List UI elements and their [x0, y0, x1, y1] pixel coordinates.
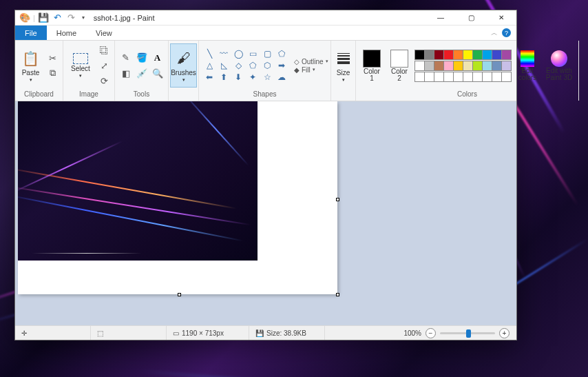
clipboard-group-label: Clipboard — [15, 90, 63, 101]
paste-button[interactable]: 📋 Paste ▾ — [19, 43, 43, 88]
rotate-icon[interactable]: ⟳ — [97, 74, 111, 88]
zoom-out-button[interactable]: − — [426, 328, 436, 338]
save-icon[interactable]: 💾 — [39, 12, 49, 23]
palette-color[interactable] — [482, 50, 492, 60]
text-icon[interactable]: A — [150, 50, 165, 65]
palette-color[interactable] — [482, 61, 492, 71]
eraser-icon[interactable]: ◧ — [118, 66, 134, 81]
tab-home[interactable]: Home — [47, 26, 86, 40]
pasted-image[interactable] — [18, 101, 258, 261]
collapse-ribbon-icon[interactable]: ︿ — [491, 28, 498, 38]
palette-color[interactable] — [472, 61, 483, 71]
file-size: Size: 38.9KB — [266, 329, 306, 337]
shape-polygon[interactable]: ⬠ — [275, 48, 288, 59]
paste-label: Paste — [22, 69, 40, 77]
tab-view[interactable]: View — [86, 26, 122, 40]
palette-color[interactable] — [434, 50, 444, 60]
shape-gallery[interactable]: ╲ 〰 ◯ ▭ ▢ ⬠ △ ◺ ◇ ⬠ ⬡ ➡ ⬅ ⬆ ⬇ ✦ ☆ — [202, 48, 288, 83]
edit-colors-label: Edit colors — [518, 68, 537, 81]
shape-rtri[interactable]: ◺ — [217, 60, 231, 71]
color1-button[interactable]: Color 1 — [359, 43, 384, 88]
shape-hex[interactable]: ⬡ — [260, 60, 274, 71]
shape-star4[interactable]: ✦ — [246, 72, 260, 83]
canvas-size-icon: ▭ — [173, 329, 179, 337]
palette-color[interactable] — [472, 72, 483, 82]
fill-icon[interactable]: 🪣 — [134, 50, 149, 65]
shape-pent[interactable]: ⬠ — [246, 60, 260, 71]
color2-button[interactable]: Color 2 — [387, 43, 412, 88]
shape-tri[interactable]: △ — [202, 60, 216, 71]
palette-color[interactable] — [434, 61, 444, 71]
palette-color[interactable] — [482, 72, 492, 82]
shape-larrow[interactable]: ⬅ — [202, 72, 216, 83]
shape-rect[interactable]: ▭ — [246, 48, 260, 59]
brushes-button[interactable]: 🖌 Brushes ▾ — [170, 43, 197, 88]
magnifier-icon[interactable]: 🔍 — [150, 66, 165, 81]
shape-rrect[interactable]: ▢ — [260, 48, 274, 59]
palette-color[interactable] — [414, 61, 425, 71]
canvas-workarea[interactable] — [15, 101, 516, 325]
shape-fill-button[interactable]: ◆Fill▾ — [294, 66, 328, 74]
palette-color[interactable] — [501, 50, 512, 60]
zoom-control: 100% − + — [397, 328, 516, 338]
shape-diamond[interactable]: ◇ — [231, 60, 245, 71]
undo-icon[interactable]: ↶ — [52, 12, 63, 23]
qat-customize-icon[interactable] — [80, 12, 85, 23]
palette-color[interactable] — [492, 50, 502, 60]
tools-group-label: Tools — [115, 90, 168, 101]
zoom-in-button[interactable]: + — [499, 328, 510, 338]
palette-color[interactable] — [434, 72, 444, 82]
palette-color[interactable] — [443, 50, 454, 60]
size-label: Size — [337, 69, 350, 77]
shape-oval[interactable]: ◯ — [231, 48, 245, 59]
shape-line[interactable]: ╲ — [202, 48, 216, 59]
close-button[interactable]: ✕ — [486, 10, 516, 26]
palette-color[interactable] — [424, 72, 434, 82]
palette-color[interactable] — [492, 61, 502, 71]
group-brushes: 🖌 Brushes ▾ — [169, 41, 199, 101]
tab-file[interactable]: File — [15, 26, 47, 40]
shape-callout[interactable]: ☁ — [275, 72, 288, 83]
palette-color[interactable] — [453, 50, 463, 60]
shape-uarrow[interactable]: ⬆ — [217, 72, 231, 83]
palette-color[interactable] — [443, 61, 454, 71]
copy-icon[interactable]: ⧉ — [45, 66, 59, 80]
cut-icon[interactable]: ✂ — [45, 51, 59, 65]
color1-label: Color 1 — [364, 68, 380, 82]
palette-color[interactable] — [424, 50, 434, 60]
palette-color[interactable] — [424, 61, 434, 71]
shape-darrow[interactable]: ⬇ — [231, 72, 245, 83]
paint3d-icon — [551, 50, 567, 67]
palette-color[interactable] — [463, 50, 473, 60]
minimize-button[interactable]: — — [426, 10, 456, 26]
palette-color[interactable] — [414, 50, 425, 60]
shape-curve[interactable]: 〰 — [217, 48, 231, 59]
shape-rarrow[interactable]: ➡ — [275, 60, 288, 71]
palette-color[interactable] — [453, 72, 463, 82]
zoom-slider[interactable] — [440, 332, 495, 334]
palette-color[interactable] — [414, 72, 425, 82]
palette-color[interactable] — [453, 61, 463, 71]
palette-color[interactable] — [443, 72, 454, 82]
pencil-icon[interactable]: ✎ — [118, 50, 134, 65]
palette-color[interactable] — [501, 61, 512, 71]
select-button[interactable]: Select ▾ — [67, 43, 94, 88]
crop-icon[interactable]: ⿻ — [97, 43, 111, 57]
shape-star5[interactable]: ☆ — [260, 72, 274, 83]
help-icon[interactable]: ? — [502, 28, 511, 37]
palette-color[interactable] — [501, 72, 512, 82]
outline-label: Outline — [302, 58, 324, 65]
redo-icon[interactable]: ↷ — [66, 12, 76, 23]
palette-color[interactable] — [492, 72, 502, 82]
edit-colors-button[interactable]: Edit colors — [514, 43, 540, 88]
palette-color[interactable] — [472, 50, 483, 60]
size-button[interactable]: Size ▾ — [335, 43, 352, 88]
shape-outline-button[interactable]: ◇Outline▾ — [294, 58, 328, 65]
resize-icon[interactable]: ⤢ — [97, 59, 111, 72]
palette-color[interactable] — [463, 72, 473, 82]
picker-icon[interactable]: 💉 — [134, 66, 149, 81]
paint3d-button[interactable]: Edit with Paint 3D — [543, 43, 575, 88]
palette-color[interactable] — [463, 61, 473, 71]
maximize-button[interactable]: ▢ — [456, 10, 486, 26]
paint3d-label: Edit with Paint 3D — [546, 68, 572, 81]
